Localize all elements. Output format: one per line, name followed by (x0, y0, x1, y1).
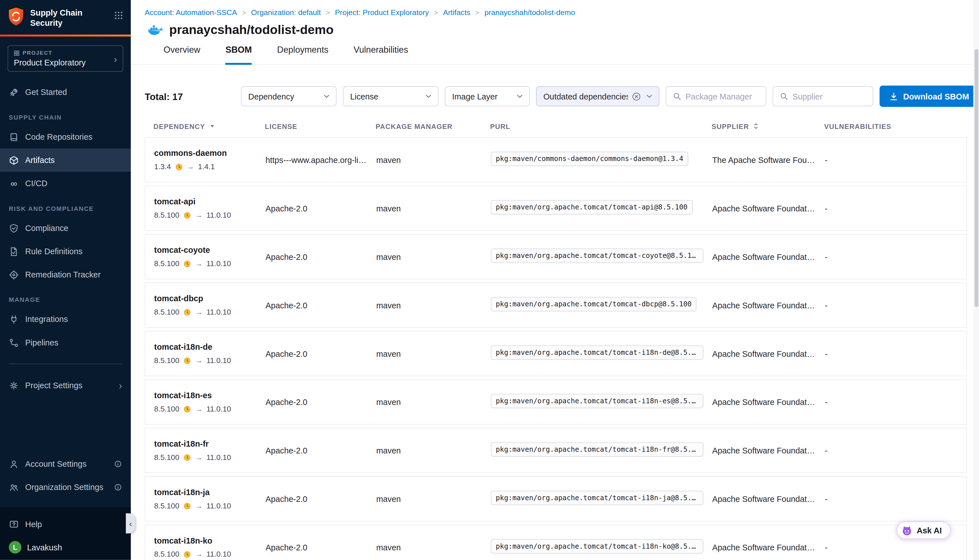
chevron-right-icon: › (119, 381, 122, 390)
scs-shield-logo-icon (8, 7, 25, 29)
cell-supplier: Apache Software Foundation (712, 446, 825, 455)
purl-value[interactable]: pkg:maven/org.apache.tomcat/tomcat-i18n-… (490, 442, 703, 457)
cell-package-manager: maven (376, 397, 490, 407)
sidebar-item-label: Help (25, 520, 42, 529)
sort-updown-icon (752, 122, 760, 130)
image-layer-filter-select[interactable]: Image Layer (444, 86, 529, 106)
tab-sbom[interactable]: SBOM (225, 45, 252, 65)
project-selector[interactable]: PROJECT Product Exploratory › (8, 45, 123, 72)
breadcrumb-link-artifact-name[interactable]: pranaycshah/todolist-demo (484, 8, 575, 17)
current-version: 8.5.100 (154, 211, 179, 220)
clear-filter-icon[interactable] (632, 92, 641, 101)
module-grid-icon[interactable] (114, 7, 123, 22)
cell-supplier: Apache Software Foundation (712, 542, 825, 552)
sidebar-item-get-started[interactable]: Get Started (0, 80, 131, 104)
brand-home[interactable]: Supply Chain Security (0, 0, 131, 35)
column-label: DEPENDENCY (153, 122, 205, 130)
cell-package-manager: maven (376, 542, 490, 552)
tab-bar: Overview SBOM Deployments Vulnerabilitie… (131, 37, 979, 65)
user-menu[interactable]: L Lavakush (0, 536, 131, 553)
cell-vulnerabilities: - (825, 494, 966, 503)
vertical-scrollbar[interactable] (973, 0, 979, 560)
purl-value[interactable]: pkg:maven/org.apache.tomcat/tomcat-dbcp@… (490, 297, 696, 312)
table-row[interactable]: tomcat-api 8.5.100 → 11.0.10 Apache-2.0 … (145, 186, 967, 231)
purl-value[interactable]: pkg:maven/org.apache.tomcat/tomcat-i18n-… (490, 394, 703, 408)
sidebar-item-project-settings[interactable]: Project Settings › (0, 374, 131, 397)
supplier-search[interactable] (772, 86, 873, 106)
cell-dependency: commons-daemon 1.3.4 → 1.4.1 (154, 148, 265, 171)
breadcrumb-link-project[interactable]: Project: Product Exploratory (335, 8, 429, 17)
breadcrumb-link-account[interactable]: Account: Automation-SSCA (145, 8, 237, 17)
cell-package-manager: maven (376, 446, 490, 455)
sidebar-item-artifacts[interactable]: Artifacts (0, 148, 131, 172)
table-row[interactable]: tomcat-i18n-es 8.5.100 → 11.0.10 Apache-… (145, 379, 967, 425)
package-manager-search[interactable] (665, 86, 766, 106)
current-version: 8.5.100 (154, 404, 179, 413)
sidebar-item-account-settings[interactable]: Account Settings (0, 452, 131, 475)
sidebar-item-label: Code Repositories (25, 132, 92, 142)
outdated-dependencies-filter[interactable]: Outdated dependencies (536, 86, 659, 106)
download-sbom-button[interactable]: Download SBOM (879, 86, 979, 107)
breadcrumb-separator-icon: > (326, 9, 330, 17)
ask-ai-label: Ask AI (917, 526, 942, 535)
table-row[interactable]: commons-daemon 1.3.4 → 1.4.1 https---www… (145, 137, 967, 183)
current-version: 8.5.100 (154, 501, 179, 510)
table-row[interactable]: tomcat-i18n-ko 8.5.100 → 11.0.10 Apache-… (145, 525, 967, 560)
breadcrumb-link-organization[interactable]: Organization: default (251, 8, 321, 17)
sidebar-item-integrations[interactable]: Integrations (0, 307, 131, 331)
sidebar-item-code-repositories[interactable]: Code Repositories (0, 125, 131, 148)
table-row[interactable]: tomcat-i18n-de 8.5.100 → 11.0.10 Apache-… (145, 331, 967, 377)
sidebar-item-pipelines[interactable]: Pipelines (0, 331, 131, 354)
sidebar-collapse-handle[interactable]: ‹ (126, 513, 135, 533)
dependency-versions: 8.5.100 → 11.0.10 (154, 501, 257, 510)
outdated-clock-icon (175, 163, 183, 171)
sidebar-item-label: Compliance (25, 223, 68, 233)
col-supplier[interactable]: SUPPLIER (711, 122, 824, 130)
tab-vulnerabilities[interactable]: Vulnerabilities (354, 45, 408, 65)
dependency-name: tomcat-i18n-ko (154, 536, 257, 545)
dependency-versions: 1.3.4 → 1.4.1 (154, 162, 257, 171)
table-row[interactable]: tomcat-i18n-ja 8.5.100 → 11.0.10 Apache-… (145, 476, 967, 522)
purl-value[interactable]: pkg:maven/org.apache.tomcat/tomcat-i18n-… (490, 345, 703, 360)
sidebar-item-remediation-tracker[interactable]: Remediation Tracker (0, 263, 131, 286)
table-row[interactable]: tomcat-dbcp 8.5.100 → 11.0.10 Apache-2.0… (145, 283, 967, 328)
package-manager-input[interactable] (685, 92, 759, 101)
scrollbar-thumb[interactable] (974, 49, 978, 307)
purl-value[interactable]: pkg:maven/commons-daemon/commons-daemon@… (490, 152, 688, 166)
section-label-risk-compliance: RISK AND COMPLIANCE (0, 195, 131, 216)
dependency-versions: 8.5.100 → 11.0.10 (154, 307, 257, 316)
purl-value[interactable]: pkg:maven/org.apache.tomcat/tomcat-i18n-… (490, 539, 703, 553)
table-row[interactable]: tomcat-coyote 8.5.100 → 11.0.10 Apache-2… (145, 234, 967, 280)
arrow-right-icon: → (187, 163, 194, 171)
search-icon (672, 92, 681, 101)
cell-vulnerabilities: - (825, 203, 966, 213)
supplier-input[interactable] (792, 92, 866, 101)
sidebar-item-organization-settings[interactable]: Organization Settings (0, 475, 131, 499)
sidebar-item-compliance[interactable]: Compliance (0, 217, 131, 240)
breadcrumb-separator-icon: > (475, 9, 479, 17)
purl-value[interactable]: pkg:maven/org.apache.tomcat/tomcat-coyot… (490, 248, 703, 263)
tab-deployments[interactable]: Deployments (277, 45, 328, 65)
sidebar-bottom: Help L Lavakush (0, 507, 131, 560)
dependency-name: commons-daemon (154, 148, 257, 158)
tab-overview[interactable]: Overview (163, 45, 200, 65)
cell-vulnerabilities: - (825, 155, 966, 164)
current-version: 1.3.4 (154, 162, 171, 171)
sidebar-item-cicd[interactable]: ∞ CI/CD (0, 172, 131, 195)
breadcrumb-link-artifacts[interactable]: Artifacts (443, 8, 470, 17)
purl-value[interactable]: pkg:maven/org.apache.tomcat/tomcat-i18n-… (490, 490, 703, 505)
cell-dependency: tomcat-i18n-de 8.5.100 → 11.0.10 (154, 342, 265, 365)
ask-ai-button[interactable]: Ask AI (897, 522, 951, 539)
table-header: DEPENDENCY LICENSE PACKAGE MANAGER PURL … (145, 122, 967, 137)
select-value: Dependency (248, 92, 318, 101)
column-label: SUPPLIER (711, 122, 749, 130)
table-row[interactable]: tomcat-i18n-fr 8.5.100 → 11.0.10 Apache-… (145, 428, 967, 473)
user-avatar: L (9, 541, 21, 553)
dependency-filter-select[interactable]: Dependency (241, 86, 336, 106)
target-icon (9, 270, 19, 280)
col-dependency[interactable]: DEPENDENCY (153, 122, 265, 130)
license-filter-select[interactable]: License (343, 86, 438, 106)
sidebar-item-help[interactable]: Help (0, 513, 131, 536)
sidebar-item-rule-definitions[interactable]: Rule Definitions (0, 240, 131, 263)
purl-value[interactable]: pkg:maven/org.apache.tomcat/tomcat-api@8… (490, 200, 692, 215)
